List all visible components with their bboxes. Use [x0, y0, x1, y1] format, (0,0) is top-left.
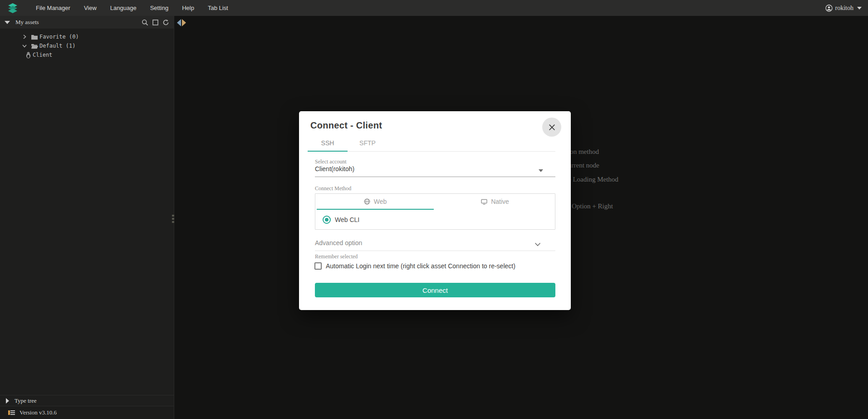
chevron-down-icon[interactable]: [22, 43, 27, 49]
auto-login-option[interactable]: Automatic Login next time (right click a…: [314, 262, 515, 270]
refresh-icon[interactable]: [162, 19, 169, 26]
version-bar: Version v3.10.6: [0, 406, 174, 419]
grip-dot: [172, 215, 174, 217]
type-tree-section[interactable]: Type tree: [0, 395, 174, 406]
close-icon: [548, 123, 556, 131]
tab-web[interactable]: Web: [315, 194, 435, 209]
close-button[interactable]: [542, 118, 561, 137]
tree-node-favorite[interactable]: Favorite (0): [0, 32, 174, 41]
app-logo-icon: [7, 3, 18, 13]
advanced-option-label: Advanced option: [315, 239, 362, 246]
background-hint-text: urrent node: [568, 162, 599, 169]
folder-open-icon: [31, 43, 38, 49]
tree-node-label: Favorite (0): [39, 34, 79, 40]
maximize-icon[interactable]: [152, 19, 159, 26]
connect-method-box: Web Native Web CLI: [315, 193, 555, 230]
folder-icon: [31, 34, 38, 40]
tree-node-label: Client: [33, 52, 52, 58]
my-assets-header[interactable]: My assets: [0, 16, 174, 29]
globe-icon: [364, 198, 370, 205]
tree-node-client[interactable]: Client: [0, 50, 174, 59]
grip-dot: [172, 218, 174, 220]
select-caret-icon[interactable]: [539, 169, 543, 172]
tab-ssh[interactable]: SSH: [308, 136, 348, 152]
menu-file-manager[interactable]: File Manager: [29, 0, 77, 16]
select-account-label: Select account: [315, 158, 347, 165]
tab-sftp[interactable]: SFTP: [348, 136, 387, 152]
advanced-option-row[interactable]: Advanced option: [315, 239, 555, 249]
active-tab-indicator: [308, 151, 348, 152]
expand-triangle-icon: [5, 21, 10, 24]
tab-native-label: Native: [491, 198, 509, 205]
option-label: Web CLI: [335, 216, 359, 223]
radio-selected-icon[interactable]: [323, 216, 331, 224]
chevron-right-icon[interactable]: [22, 34, 27, 39]
protocol-tabs: SSH SFTP: [308, 136, 387, 152]
app-root: File Manager View Language Setting Help …: [0, 0, 868, 419]
user-avatar-icon: [825, 5, 833, 12]
menu-tab-list[interactable]: Tab List: [201, 0, 235, 16]
collapse-left-icon[interactable]: [177, 19, 181, 26]
tree-node-default[interactable]: Default (1): [0, 41, 174, 50]
auto-login-label: Automatic Login next time (right click a…: [326, 262, 515, 270]
background-hint-text: ion method: [568, 148, 599, 156]
chevron-down-icon: [535, 240, 541, 248]
tree-node-label: Default (1): [39, 43, 75, 49]
collapse-right-icon[interactable]: [182, 19, 186, 26]
tab-native[interactable]: Native: [435, 194, 555, 209]
dialog-title: Connect - Client: [310, 120, 382, 131]
splitter-handle[interactable]: [172, 215, 174, 223]
background-hint-text: / Option + Right: [568, 202, 613, 210]
account-select-value[interactable]: Client(rokitoh): [315, 165, 354, 173]
divider: [315, 251, 555, 251]
asset-tree: Favorite (0) Default (1): [0, 32, 174, 59]
tab-web-label: Web: [374, 198, 387, 205]
connect-dialog: Connect - Client SSH SFTP Select account…: [299, 111, 571, 310]
asset-sidebar: My assets: [0, 16, 174, 419]
menu-help[interactable]: Help: [175, 0, 201, 16]
menu-language[interactable]: Language: [103, 0, 143, 16]
user-caret-icon: [857, 7, 862, 10]
sidebar-toolbar: [142, 19, 169, 26]
grip-dot: [172, 221, 174, 223]
method-tabs: Web Native: [315, 194, 555, 209]
version-icon: [8, 410, 15, 415]
option-web-cli[interactable]: Web CLI: [323, 216, 555, 224]
monitor-icon: [481, 199, 487, 205]
panel-collapse-controls: [177, 19, 186, 26]
search-icon[interactable]: [142, 19, 148, 26]
menu-view[interactable]: View: [77, 0, 103, 16]
checkbox-unchecked-icon[interactable]: [314, 262, 322, 270]
version-label: Version v3.10.6: [20, 409, 57, 416]
top-menu-bar: File Manager View Language Setting Help …: [0, 0, 868, 16]
user-name: rokitoh: [835, 5, 853, 12]
active-method-indicator: [317, 209, 434, 210]
remember-selected-label: Remember selected: [315, 253, 358, 260]
background-hint-text: e Loading Method: [568, 176, 618, 183]
type-tree-label: Type tree: [15, 397, 37, 404]
connect-method-label: Connect Method: [315, 185, 351, 192]
select-underline: [315, 177, 555, 177]
top-menu: File Manager View Language Setting Help …: [29, 0, 235, 16]
connect-button[interactable]: Connect: [315, 283, 555, 297]
penguin-icon: [25, 52, 31, 59]
menu-setting[interactable]: Setting: [143, 0, 175, 16]
collapsed-triangle-icon: [6, 398, 9, 404]
my-assets-title: My assets: [15, 19, 39, 26]
user-menu[interactable]: rokitoh: [825, 5, 862, 12]
